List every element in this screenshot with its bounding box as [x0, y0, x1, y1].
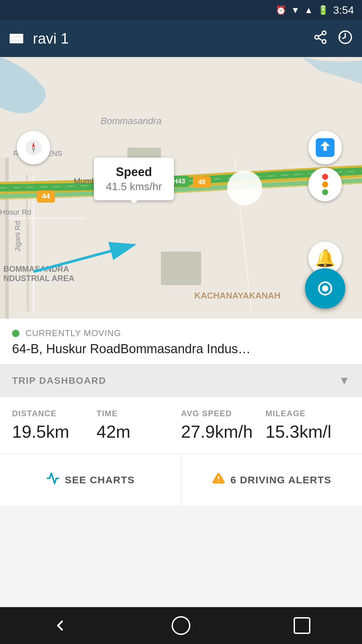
stat-time-label: TIME	[97, 409, 181, 418]
direction-icon	[316, 138, 335, 157]
compass-button[interactable]	[17, 131, 50, 164]
status-icons: ⏰ ▼ ▲ 🔋 3:54	[276, 4, 354, 16]
svg-line-3	[318, 38, 323, 40]
stat-time-value: 42m	[97, 422, 181, 442]
location-icon	[316, 279, 335, 298]
svg-text:44: 44	[42, 192, 50, 200]
compass-icon	[25, 139, 42, 156]
address-text: 64-B, Huskur RoadBommasandra Indus…	[12, 342, 350, 356]
page-title: ravi 1	[33, 30, 304, 47]
wifi-icon: ▼	[291, 5, 300, 15]
chevron-down-icon: ▼	[339, 374, 350, 387]
recents-button[interactable]	[294, 617, 310, 634]
stat-avg-speed-value: 27.9km/h	[181, 422, 265, 442]
history-button[interactable]	[338, 30, 353, 48]
signal-icon: ▲	[304, 5, 313, 15]
chart-icon	[46, 472, 60, 488]
moving-indicator	[12, 330, 19, 337]
speed-tooltip: Speed 41.5 kms/hr	[94, 158, 174, 200]
svg-point-36	[322, 285, 328, 292]
menu-button[interactable]	[9, 34, 23, 44]
stat-distance-label: DISTANCE	[12, 409, 97, 418]
svg-text:NDUSTRIAL AREA: NDUSTRIAL AREA	[3, 274, 74, 283]
back-button[interactable]	[52, 617, 68, 634]
stat-mileage-value: 15.3km/l	[265, 422, 350, 442]
stat-avg-speed-label: AVG SPEED	[181, 409, 265, 418]
status-time: 3:54	[333, 4, 354, 16]
battery-icon: 🔋	[318, 5, 328, 15]
alarm-icon: ⏰	[276, 5, 286, 15]
svg-text:Bommasandra: Bommasandra	[101, 116, 162, 126]
see-charts-button[interactable]: SEE CHARTS	[0, 454, 181, 505]
svg-text:Hosur Rd: Hosur Rd	[0, 208, 31, 216]
actions-row: SEE CHARTS 6 DRIVING ALERTS	[0, 454, 362, 505]
map-area[interactable]: 44 AH43 48 Bommasandra RS GARDENS Mumbai…	[0, 57, 362, 319]
stat-avg-speed: AVG SPEED 27.9km/h	[181, 409, 265, 442]
toolbar-actions	[313, 30, 353, 48]
home-button[interactable]	[172, 616, 190, 635]
home-icon	[172, 616, 190, 635]
location-fab[interactable]	[305, 268, 345, 309]
back-icon	[52, 617, 68, 634]
toolbar: ravi 1	[0, 20, 362, 57]
bottom-nav	[0, 607, 362, 644]
speed-value: 41.5 kms/hr	[106, 180, 162, 193]
svg-text:Jigani Rd: Jigani Rd	[13, 221, 22, 252]
traffic-button[interactable]	[308, 168, 342, 201]
svg-text:48: 48	[198, 178, 205, 185]
speed-label: Speed	[106, 165, 162, 179]
stats-row: DISTANCE 19.5km TIME 42m AVG SPEED 27.9k…	[0, 397, 362, 454]
alert-triangle-icon	[212, 472, 225, 488]
svg-text:KACHANAYAKANAH: KACHANAYAKANAH	[194, 290, 281, 301]
driving-alerts-button[interactable]: 6 DRIVING ALERTS	[181, 454, 362, 505]
status-bar: ⏰ ▼ ▲ 🔋 3:54	[0, 0, 362, 20]
moving-label: CURRENTLY MOVING	[25, 328, 121, 338]
trip-dashboard-header[interactable]: TRIP DASHBOARD ▼	[0, 365, 362, 397]
moving-row: CURRENTLY MOVING	[12, 328, 350, 338]
direction-button[interactable]	[308, 131, 342, 164]
svg-point-21	[227, 170, 262, 205]
stat-time: TIME 42m	[97, 409, 181, 442]
stat-mileage-label: MILEAGE	[265, 409, 350, 418]
see-charts-label: SEE CHARTS	[65, 474, 135, 486]
driving-alerts-label: 6 DRIVING ALERTS	[231, 474, 331, 486]
svg-rect-8	[161, 252, 201, 285]
share-button[interactable]	[313, 30, 328, 48]
stat-distance-value: 19.5km	[12, 422, 97, 442]
trip-dashboard-label: TRIP DASHBOARD	[12, 375, 106, 386]
stat-distance: DISTANCE 19.5km	[12, 409, 97, 442]
status-panel: CURRENTLY MOVING 64-B, Huskur RoadBommas…	[0, 319, 362, 365]
stat-mileage: MILEAGE 15.3km/l	[265, 409, 350, 442]
bell-icon: 🔔	[315, 249, 336, 268]
svg-line-4	[318, 34, 323, 36]
recents-icon	[294, 617, 310, 634]
